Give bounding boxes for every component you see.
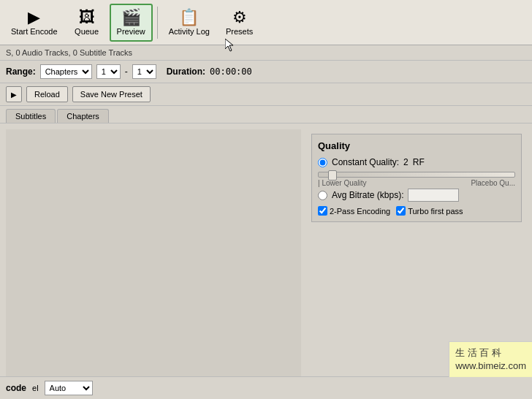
twopass-item: 2-Pass Encoding <box>318 206 390 216</box>
constant-quality-value: 2 <box>403 157 408 167</box>
twopass-checkbox[interactable] <box>318 206 327 216</box>
range-to-select[interactable]: 123 <box>132 64 156 79</box>
activity-log-icon: 📋 <box>179 10 199 26</box>
level-select[interactable]: Auto Low Medium High <box>45 381 93 395</box>
tab-subtitles[interactable]: Subtitles <box>6 109 56 123</box>
range-row: Range: Chapters Seconds Frames 123 - 123… <box>0 61 532 83</box>
twopass-label: 2-Pass Encoding <box>330 207 390 216</box>
left-panel <box>6 129 301 387</box>
avg-bitrate-row: Avg Bitrate (kbps): <box>318 189 515 202</box>
save-new-preset-button[interactable]: Save New Preset <box>72 86 151 102</box>
constant-quality-row: Constant Quality: 2 RF <box>318 157 515 167</box>
range-dash: - <box>125 66 128 77</box>
start-encode-icon: ▶ <box>28 10 40 26</box>
range-type-select[interactable]: Chapters Seconds Frames <box>40 64 92 79</box>
tab-chapters[interactable]: Chapters <box>57 109 109 123</box>
quality-slider-thumb[interactable] <box>328 170 337 180</box>
reload-button[interactable]: Reload <box>26 86 68 102</box>
subtitle-info: S, 0 Audio Tracks, 0 Subtitle Tracks <box>0 45 532 61</box>
watermark: 生 活 百 科 www.bimeiz.com <box>449 341 532 377</box>
avg-bitrate-label: Avg Bitrate (kbps): <box>332 190 403 200</box>
quality-box: Quality Constant Quality: 2 RF | Lower Q… <box>311 134 522 222</box>
constant-quality-radio[interactable] <box>318 158 327 167</box>
level-label: el <box>32 384 39 392</box>
presets-button[interactable]: ⚙ Presets <box>219 4 259 42</box>
preview-label: Preview <box>117 27 145 36</box>
presets-icon: ⚙ <box>232 10 247 26</box>
constant-quality-label: Constant Quality: <box>332 157 399 167</box>
quality-slider-track[interactable] <box>318 172 515 178</box>
constant-quality-unit: RF <box>413 157 425 167</box>
duration-label: Duration: <box>167 66 205 77</box>
range-from-select[interactable]: 123 <box>96 64 121 79</box>
presets-label: Presets <box>226 27 253 36</box>
turbo-checkbox[interactable] <box>396 206 406 216</box>
bitrate-input[interactable] <box>408 189 459 202</box>
start-encode-label: Start Encode <box>11 27 58 36</box>
quality-slider-labels: | Lower Quality Placebo Qu... <box>318 179 515 187</box>
buttons-row: ▶ Reload Save New Preset <box>0 83 532 106</box>
avg-bitrate-radio[interactable] <box>318 191 327 200</box>
queue-icon: 🖼 <box>79 10 95 26</box>
turbo-item: Turbo first pass <box>396 206 463 216</box>
range-label: Range: <box>6 66 36 77</box>
preview-button[interactable]: 🎬 Preview <box>110 4 153 42</box>
slider-lower-label: | Lower Quality <box>318 179 367 187</box>
quality-slider-container: | Lower Quality Placebo Qu... <box>318 172 515 187</box>
activity-log-label: Activity Log <box>169 27 210 36</box>
activity-log-button[interactable]: 📋 Activity Log <box>162 4 216 42</box>
checkbox-row: 2-Pass Encoding Turbo first pass <box>318 206 515 216</box>
toolbar: ▶ Start Encode 🖼 Queue 🎬 Preview 📋 Activ… <box>0 0 532 45</box>
watermark-line2: www.bimeiz.com <box>455 360 526 373</box>
slider-upper-label: Placebo Qu... <box>471 179 515 187</box>
turbo-label: Turbo first pass <box>408 207 463 216</box>
quality-title: Quality <box>318 140 515 151</box>
duration-value: 00:00:00 <box>210 66 252 77</box>
tabs-row: Subtitles Chapters <box>0 106 532 123</box>
encode-label: code <box>6 383 26 393</box>
queue-label: Queue <box>75 27 99 36</box>
watermark-line1: 生 活 百 科 <box>455 346 526 360</box>
queue-button[interactable]: 🖼 Queue <box>67 4 107 42</box>
preview-icon: 🎬 <box>121 10 141 26</box>
start-encode-button[interactable]: ▶ Start Encode <box>4 4 64 42</box>
bottom-row: code el Auto Low Medium High <box>0 376 532 399</box>
toolbar-separator-1 <box>157 7 158 39</box>
arrow-button[interactable]: ▶ <box>6 86 22 102</box>
